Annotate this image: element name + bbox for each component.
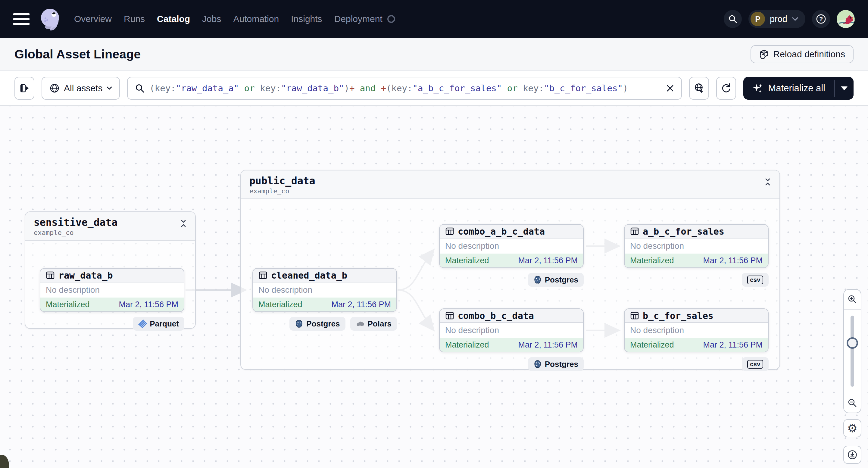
kind-badge-polars[interactable]: Polars xyxy=(350,317,397,331)
dagster-logo-icon[interactable] xyxy=(37,6,63,32)
asset-name: cleaned_data_b xyxy=(271,270,347,281)
primary-nav: Overview Runs Catalog Jobs Automation In… xyxy=(74,14,382,24)
materialization-timestamp: Mar 2, 11:56 PM xyxy=(518,340,578,350)
status-badge: Materialized xyxy=(445,256,489,265)
kind-badge-label: Postgres xyxy=(306,319,340,329)
asset-description: No description xyxy=(440,323,583,338)
asset-node-cleaned-data-b[interactable]: cleaned_data_b No description Materializ… xyxy=(252,268,397,312)
download-icon xyxy=(847,449,858,460)
kind-badge-postgres[interactable]: Postgres xyxy=(528,273,584,287)
asset-kind-badges: Postgres Polars xyxy=(252,317,397,331)
asset-name: b_c_for_sales xyxy=(643,311,713,321)
asset-node-b-c-for-sales[interactable]: b_c_for_sales No description Materialize… xyxy=(624,308,769,352)
asset-node-combo-b-c-data[interactable]: combo_b_c_data No description Materializ… xyxy=(439,308,584,352)
asset-search-input[interactable]: (key:"raw_data_a" or key:"raw_data_b")+ … xyxy=(127,77,682,100)
asset-scope-dropdown[interactable]: All assets xyxy=(41,77,120,100)
save-selection-button[interactable] xyxy=(689,77,709,100)
materialization-timestamp: Mar 2, 11:56 PM xyxy=(119,300,178,309)
globe-icon xyxy=(50,83,60,93)
kind-badge-postgres[interactable]: Postgres xyxy=(289,317,345,331)
postgres-icon xyxy=(533,276,542,284)
chevron-down-icon xyxy=(792,17,798,21)
collapse-group-button[interactable] xyxy=(180,217,187,229)
refresh-button[interactable] xyxy=(716,77,736,100)
asset-kind-badges: Postgres xyxy=(439,357,584,371)
menu-icon[interactable] xyxy=(13,13,30,25)
chevron-down-icon xyxy=(106,87,112,90)
nav-item-insights[interactable]: Insights xyxy=(291,14,322,24)
refresh-icon xyxy=(721,83,732,94)
status-badge: Materialized xyxy=(630,340,674,350)
status-badge: Materialized xyxy=(630,256,674,265)
clear-query-button[interactable] xyxy=(666,84,674,92)
asset-status-row: Materialized Mar 2, 11:56 PM xyxy=(440,254,583,268)
zoom-out-button[interactable] xyxy=(844,393,861,413)
collapse-group-button[interactable] xyxy=(765,175,771,187)
lineage-canvas[interactable]: sensitive_data example_co public_data ex… xyxy=(0,106,868,468)
table-icon xyxy=(445,311,454,320)
materialization-timestamp: Mar 2, 11:56 PM xyxy=(703,256,763,265)
kind-badge-parquet[interactable]: Parquet xyxy=(133,317,184,331)
status-badge: Materialized xyxy=(445,340,489,350)
reload-definitions-label: Reload definitions xyxy=(773,49,845,59)
group-title: sensitive_data xyxy=(34,217,118,228)
nav-item-catalog[interactable]: Catalog xyxy=(157,14,190,24)
table-icon xyxy=(630,227,639,236)
asset-status-row: Materialized Mar 2, 11:56 PM xyxy=(625,338,768,352)
csv-icon: csv xyxy=(747,276,763,284)
zoom-slider-track[interactable] xyxy=(850,316,854,387)
asset-name: raw_data_b xyxy=(58,270,113,281)
group-subtitle: example_co xyxy=(34,229,118,237)
asset-node-raw-data-b[interactable]: raw_data_b No description Materialized M… xyxy=(40,268,184,312)
environment-avatar: P xyxy=(750,12,765,26)
group-subtitle: example_co xyxy=(249,187,315,195)
zoom-control-panel xyxy=(843,289,861,413)
loading-spinner-icon xyxy=(387,15,395,23)
asset-name: combo_a_b_c_data xyxy=(458,226,545,237)
materialize-options-button[interactable] xyxy=(835,77,854,100)
asset-node-combo-a-b-c-data[interactable]: combo_a_b_c_data No description Material… xyxy=(439,224,584,268)
kind-badge-csv[interactable]: csv xyxy=(742,357,769,371)
zoom-slider[interactable] xyxy=(844,310,861,393)
csv-icon: csv xyxy=(747,360,763,369)
materialization-timestamp: Mar 2, 11:56 PM xyxy=(703,340,763,350)
zoom-out-icon xyxy=(847,398,857,408)
asset-status-row: Materialized Mar 2, 11:56 PM xyxy=(440,338,583,352)
open-panel-icon xyxy=(19,83,30,93)
sparkles-icon xyxy=(752,83,763,94)
table-icon xyxy=(258,271,268,280)
help-button[interactable]: ? xyxy=(812,10,830,28)
table-icon xyxy=(46,271,55,280)
sidebar-toggle-button[interactable] xyxy=(14,77,34,100)
nav-item-jobs[interactable]: Jobs xyxy=(202,14,221,24)
nav-item-automation[interactable]: Automation xyxy=(233,14,279,24)
materialize-split-button: Materialize all xyxy=(743,77,854,100)
graph-settings-button[interactable]: ⚙ xyxy=(843,419,861,437)
zoom-slider-handle[interactable] xyxy=(847,337,858,349)
download-graph-button[interactable] xyxy=(843,446,861,464)
table-icon xyxy=(630,311,639,320)
user-avatar[interactable] xyxy=(837,10,855,28)
page-title: Global Asset Lineage xyxy=(14,47,141,61)
asset-scope-label: All assets xyxy=(64,83,102,93)
environment-switcher[interactable]: P prod xyxy=(748,10,805,28)
nav-item-overview[interactable]: Overview xyxy=(74,14,112,24)
table-icon xyxy=(445,227,454,236)
nav-item-deployment[interactable]: Deployment xyxy=(334,14,382,24)
kind-badge-postgres[interactable]: Postgres xyxy=(528,357,584,371)
reload-definitions-button[interactable]: Reload definitions xyxy=(750,45,854,63)
asset-kind-badges: csv xyxy=(624,357,769,371)
kind-badge-csv[interactable]: csv xyxy=(742,273,769,287)
collapse-icon xyxy=(765,178,771,186)
kind-badge-label: Polars xyxy=(368,319,392,329)
asset-node-a-b-c-for-sales[interactable]: a_b_c_for_sales No description Materiali… xyxy=(624,224,769,268)
materialize-all-button[interactable]: Materialize all xyxy=(743,77,834,100)
search-button[interactable] xyxy=(724,10,742,28)
zoom-in-button[interactable] xyxy=(844,290,861,310)
zoom-in-icon xyxy=(847,294,857,304)
status-badge: Materialized xyxy=(46,300,90,309)
nav-item-runs[interactable]: Runs xyxy=(124,14,145,24)
status-badge: Materialized xyxy=(258,300,302,309)
asset-status-row: Materialized Mar 2, 11:56 PM xyxy=(625,254,768,268)
asset-description: No description xyxy=(253,282,396,298)
